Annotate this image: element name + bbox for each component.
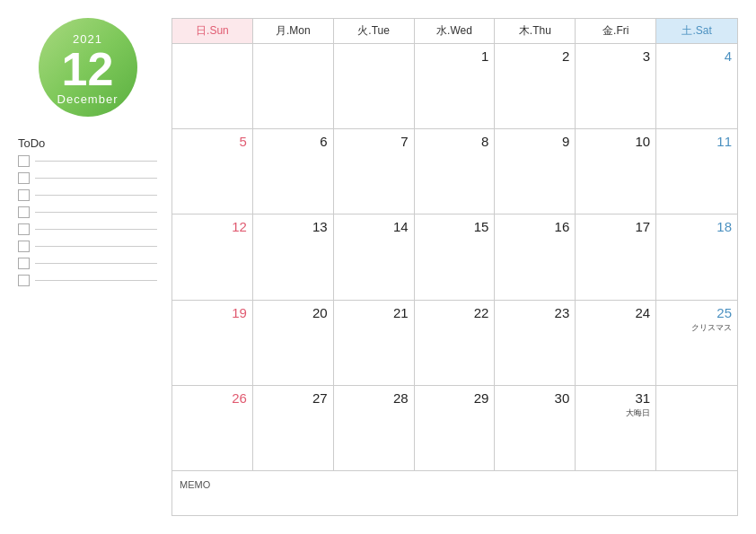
day-num-28: 28: [393, 390, 409, 407]
todo-item-2: [18, 172, 157, 184]
day-cell-5-sun: 5: [172, 129, 253, 214]
day-cell-28-tue: 28: [334, 386, 415, 470]
day-cell-16-thu: 16: [495, 214, 576, 299]
todo-item-3: [18, 189, 157, 201]
day-cell-22-wed: 22: [415, 301, 496, 385]
day-cell-26-sun: 26: [172, 386, 253, 470]
day-cell-9-thu: 9: [495, 129, 576, 214]
calendar-row-4: 19 20 21 22 23 24 25 ク: [172, 301, 737, 386]
day-cell-13-mon: 13: [253, 214, 334, 299]
sidebar: 2021 12 December ToDo: [18, 18, 157, 516]
month-circle: 2021 12 December: [39, 18, 137, 117]
day-num-24: 24: [635, 304, 650, 322]
todo-checkbox-4[interactable]: [18, 206, 30, 218]
day-num-26: 26: [232, 390, 247, 407]
header-mon: 月.Mon: [253, 19, 334, 43]
day-cell-2-thu: 2: [495, 44, 576, 128]
todo-line-8: [35, 280, 157, 281]
todo-checkbox-1[interactable]: [18, 155, 30, 167]
day-cell-20-mon: 20: [253, 301, 334, 385]
day-num-9: 9: [562, 133, 569, 151]
calendar-row-2: 5 6 7 8 9 10 11: [172, 129, 737, 214]
calendar-row-5: 26 27 28 29 30 31 大晦日: [172, 386, 737, 470]
day-cell-14-tue: 14: [334, 214, 415, 299]
memo-section: MEMO: [172, 470, 737, 515]
day-cell-empty-sun: [172, 44, 253, 128]
day-num-30: 30: [555, 390, 570, 407]
day-num-15: 15: [474, 218, 489, 236]
day-num-21: 21: [393, 304, 409, 322]
calendar-row-3: 12 13 14 15 16 17 18: [172, 214, 737, 300]
day-cell-7-tue: 7: [334, 129, 415, 214]
day-cell-23-thu: 23: [495, 301, 576, 385]
todo-item-7: [18, 258, 157, 269]
month-number: 12: [62, 46, 114, 92]
day-num-13: 13: [312, 218, 328, 236]
event-omisoka: 大晦日: [626, 408, 650, 418]
day-num-14: 14: [393, 218, 409, 236]
day-cell-21-tue: 21: [334, 301, 415, 385]
day-cell-27-mon: 27: [253, 386, 334, 470]
day-num-3: 3: [643, 48, 650, 66]
day-cell-empty-sat-end: [656, 386, 737, 470]
todo-checkbox-8[interactable]: [18, 275, 30, 286]
header-wed: 水.Wed: [415, 19, 496, 43]
day-num-18: 18: [716, 218, 732, 236]
day-cell-24-fri: 24: [576, 301, 656, 385]
todo-line-6: [35, 246, 157, 247]
month-name: December: [57, 92, 119, 106]
day-num-19: 19: [232, 304, 247, 322]
calendar: 日.Sun 月.Mon 火.Tue 水.Wed 木.Thu 金.Fri 土.Sa…: [171, 18, 738, 516]
todo-checkbox-2[interactable]: [18, 172, 30, 184]
header-tue: 火.Tue: [334, 19, 415, 43]
todo-item-4: [18, 206, 157, 218]
todo-checkbox-3[interactable]: [18, 189, 30, 201]
day-cell-8-wed: 8: [415, 129, 496, 214]
day-num-23: 23: [555, 304, 570, 322]
day-cell-10-fri: 10: [576, 129, 656, 214]
day-cell-12-sun: 12: [172, 214, 253, 299]
header-sat: 土.Sat: [656, 19, 737, 43]
day-cell-empty-mon: [253, 44, 334, 128]
todo-checkbox-6[interactable]: [18, 241, 30, 252]
todo-label: ToDo: [18, 136, 157, 150]
todo-checkbox-7[interactable]: [18, 258, 30, 269]
todo-item-5: [18, 223, 157, 235]
todo-line-4: [35, 212, 157, 213]
todo-checkbox-5[interactable]: [18, 223, 30, 235]
day-num-12: 12: [232, 218, 247, 236]
day-num-20: 20: [312, 304, 328, 322]
day-cell-15-wed: 15: [415, 214, 496, 299]
day-num-4: 4: [725, 48, 732, 66]
todo-line-7: [35, 263, 157, 264]
header-thu: 木.Thu: [495, 19, 576, 43]
day-num-6: 6: [320, 133, 327, 151]
day-num-29: 29: [474, 390, 489, 407]
day-num-5: 5: [240, 133, 247, 151]
day-num-7: 7: [400, 133, 408, 151]
day-num-25: 25: [716, 304, 732, 322]
day-num-11: 11: [716, 133, 732, 151]
calendar-row-1: 1 2 3 4: [172, 44, 737, 129]
day-num-22: 22: [474, 304, 489, 322]
header-fri: 金.Fri: [576, 19, 656, 43]
day-cell-25-sat: 25 クリスマス: [656, 301, 737, 385]
day-cell-19-sun: 19: [172, 301, 253, 385]
day-cell-4-sat: 4: [656, 44, 737, 128]
todo-line-5: [35, 229, 157, 230]
todo-line-2: [35, 178, 157, 179]
event-christmas: クリスマス: [691, 323, 732, 333]
day-num-17: 17: [635, 218, 650, 236]
header-sun: 日.Sun: [172, 19, 253, 43]
calendar-body: 1 2 3 4 5 6: [172, 44, 737, 470]
day-cell-18-sat: 18: [656, 214, 737, 299]
day-cell-31-fri: 31 大晦日: [576, 386, 656, 470]
todo-line-1: [35, 161, 157, 162]
memo-label: MEMO: [180, 479, 210, 490]
day-cell-11-sat: 11: [656, 129, 737, 214]
day-num-8: 8: [481, 133, 488, 151]
todo-item-1: [18, 155, 157, 167]
todo-item-6: [18, 241, 157, 252]
day-cell-29-wed: 29: [415, 386, 496, 470]
todo-line-3: [35, 195, 157, 196]
